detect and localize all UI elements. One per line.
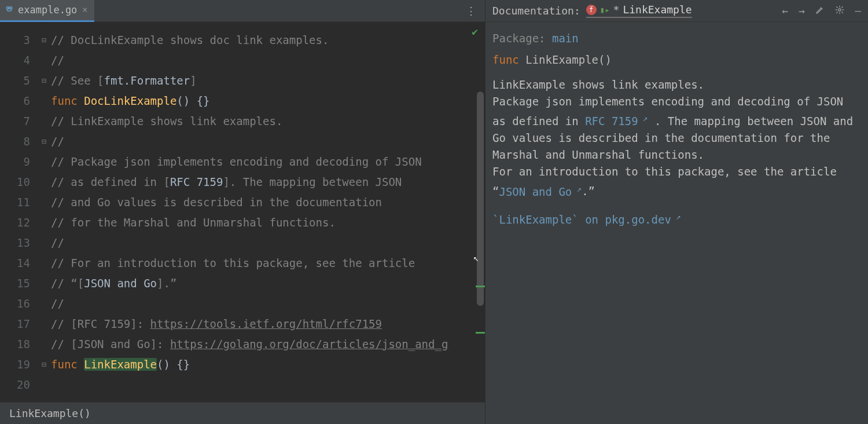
go-gopher-icon — [5, 4, 14, 16]
signature-line: func LinkExample() — [492, 52, 861, 68]
code-area[interactable]: // DocLinkExample shows doc link example… — [51, 22, 485, 402]
fold-gutter[interactable]: ⊟⊟⊟⊟ — [37, 22, 51, 402]
package-name[interactable]: main — [552, 32, 579, 45]
ide-root: example.go × ⋮ 3456789101112131415161718… — [0, 0, 868, 424]
signature-keyword: func — [492, 53, 519, 66]
scrollbar-marker — [476, 332, 485, 334]
documentation-title: Documentation: — [492, 5, 580, 17]
svg-point-0 — [6, 7, 9, 9]
documentation-toolbar: ← → — — [782, 5, 861, 17]
symbol-name: LinkExample — [623, 3, 692, 16]
symbol-prefix: * — [613, 3, 620, 16]
edit-source-button[interactable] — [815, 5, 825, 17]
editor-tab-bar: example.go × ⋮ — [0, 0, 485, 22]
documentation-pane: Documentation: f ▮▸ * LinkExample ← → — — [485, 0, 868, 424]
json-and-go-link[interactable]: JSON and Go ↗ — [499, 185, 582, 198]
minimize-button[interactable]: — — [855, 5, 861, 17]
editor-pane: example.go × ⋮ 3456789101112131415161718… — [0, 0, 485, 424]
inspection-ok-icon[interactable]: ✔ — [472, 25, 478, 38]
external-link-icon: ↗ — [671, 212, 681, 221]
documentation-header: Documentation: f ▮▸ * LinkExample ← → — — [486, 0, 868, 22]
line-number-gutter: 34567891011121314151617181920 — [0, 22, 37, 402]
function-badge-icon: f — [586, 5, 597, 15]
close-tab-button[interactable]: × — [81, 3, 89, 16]
rfc-7159-link[interactable]: RFC 7159 ↗ — [585, 115, 648, 127]
editor-body[interactable]: 34567891011121314151617181920 ⊟⊟⊟⊟ // Do… — [0, 22, 485, 402]
doc-paragraph-2: For an introduction to this package, see… — [492, 163, 861, 200]
doc-text: .” — [582, 185, 595, 198]
documentation-symbol-chip[interactable]: f ▮▸ * LinkExample — [586, 3, 692, 18]
doc-text: LinkExample shows link examples. — [492, 78, 704, 91]
svg-point-2 — [838, 9, 841, 11]
signature-name: LinkExample() — [525, 53, 612, 66]
documentation-body: Package: main func LinkExample() LinkExa… — [486, 22, 868, 424]
breadcrumb-bar: LinkExample() — [0, 402, 485, 424]
package-dir-icon: ▮▸ — [600, 5, 610, 14]
scrollbar-thumb[interactable] — [477, 92, 484, 306]
external-link-icon: ↗ — [572, 184, 582, 193]
package-line: Package: main — [492, 30, 861, 47]
settings-button[interactable] — [835, 5, 844, 17]
nav-forward-button[interactable]: → — [799, 5, 805, 17]
tab-bar-overflow-button[interactable]: ⋮ — [458, 5, 485, 17]
nav-back-button[interactable]: ← — [782, 5, 788, 17]
file-tab-example-go[interactable]: example.go × — [0, 0, 94, 22]
editor-scrollbar[interactable] — [477, 51, 484, 402]
scrollbar-marker — [476, 286, 485, 287]
svg-point-1 — [10, 7, 12, 9]
breadcrumb[interactable]: LinkExample() — [9, 407, 91, 419]
package-label: Package: — [492, 32, 546, 45]
external-link-icon: ↗ — [638, 114, 648, 123]
doc-paragraph-1: LinkExample shows link examples. Package… — [492, 76, 861, 163]
pkg-go-dev-link[interactable]: `LinkExample` on pkg.go.dev ↗ — [492, 209, 861, 228]
file-tab-label: example.go — [18, 4, 77, 16]
